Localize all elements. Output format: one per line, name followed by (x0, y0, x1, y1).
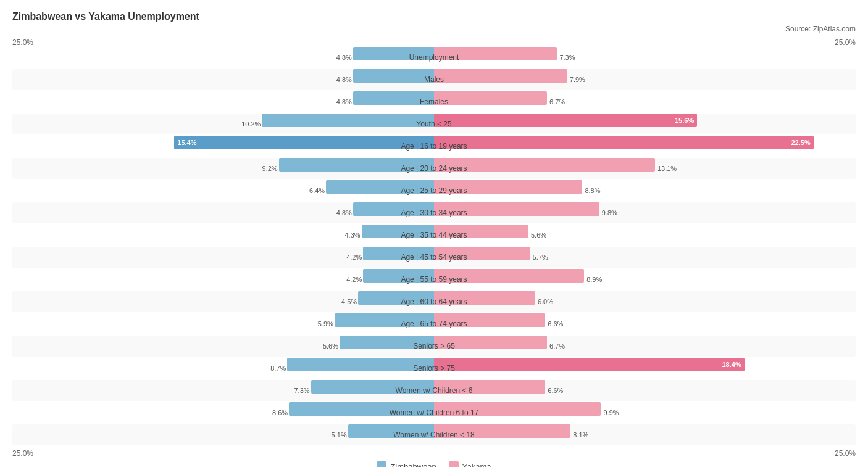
right-half: 6.6% (434, 380, 856, 401)
bar-pink (434, 313, 545, 327)
right-half: 6.7% (434, 91, 856, 112)
val-left: 4.8% (336, 76, 352, 83)
row-wrapper: 4.8% Unemployment 7.3% (12, 47, 856, 68)
bar-blue (353, 47, 434, 60)
table-row: 5.1% Women w/ Children < 18 8.1% (12, 424, 856, 445)
left-half: 5.9% (12, 313, 434, 334)
row-wrapper: 8.6% Women w/ Children 6 to 17 9.9% (12, 402, 856, 423)
row-wrapper: 7.3% Women w/ Children < 6 6.6% (12, 380, 856, 401)
table-row: 6.4% Age | 25 to 29 years 8.8% (12, 180, 856, 201)
table-row: 10.2% Youth < 25 15.6% (12, 114, 856, 134)
left-half: 4.8% (12, 91, 434, 112)
table-row: 4.2% Age | 55 to 59 years 8.9% (12, 269, 856, 290)
right-half: 9.8% (434, 202, 856, 223)
bar-blue (289, 402, 434, 416)
left-half: 7.3% (12, 380, 434, 401)
val-left: 7.3% (294, 387, 310, 394)
left-half: 10.2% (12, 114, 434, 134)
val-right: 22.5% (791, 139, 813, 146)
bar-pink (434, 336, 547, 349)
right-half: 8.1% (434, 424, 856, 445)
bar-blue (311, 380, 434, 394)
axis-bottom: 25.0%25.0% (12, 449, 856, 458)
row-wrapper: 4.2% Age | 55 to 59 years 8.9% (12, 269, 856, 290)
row-wrapper: 8.7% Seniors > 75 18.4% (12, 358, 856, 379)
bar-pink (434, 269, 584, 283)
bar-pink (434, 158, 655, 172)
bar-pink (434, 91, 547, 105)
left-half: 4.3% (12, 225, 434, 246)
val-left: 15.4% (174, 139, 196, 146)
table-row: 4.2% Age | 45 to 54 years 5.7% (12, 247, 856, 268)
bar-pink: 18.4% (434, 358, 745, 371)
legend: Zimbabwean Yakama (12, 461, 856, 467)
right-half: 6.6% (434, 313, 856, 334)
val-right: 8.9% (584, 276, 602, 283)
row-wrapper: 4.8% Males 7.9% (12, 69, 856, 90)
left-half: 5.6% (12, 336, 434, 357)
bar-blue (340, 336, 434, 349)
table-row: 4.5% Age | 60 to 64 years 6.0% (12, 291, 856, 312)
bar-blue (362, 225, 434, 238)
row-wrapper: 9.2% Age | 20 to 24 years 13.1% (12, 158, 856, 179)
bar-blue (353, 202, 434, 216)
row-wrapper: 10.2% Youth < 25 15.6% (12, 114, 856, 134)
right-half: 13.1% (434, 158, 856, 179)
bar-blue (353, 69, 434, 83)
table-row: 4.8% Unemployment 7.3% (12, 47, 856, 68)
right-half: 7.9% (434, 69, 856, 90)
val-left: 4.3% (344, 231, 360, 239)
axis-top: 25.0%25.0% (12, 38, 856, 47)
left-half: 8.6% (12, 402, 434, 423)
bar-pink (434, 180, 582, 194)
val-right: 8.1% (570, 431, 588, 439)
val-left: 5.9% (318, 320, 333, 328)
legend-item-zimbabwean: Zimbabwean (377, 461, 436, 467)
legend-box-blue (377, 461, 386, 467)
right-half: 8.9% (434, 269, 856, 290)
table-row: 9.2% Age | 20 to 24 years 13.1% (12, 158, 856, 179)
left-half: 4.5% (12, 291, 434, 312)
val-left: 5.1% (332, 431, 347, 439)
bar-blue (358, 291, 434, 305)
table-row: 8.6% Women w/ Children 6 to 17 9.9% (12, 402, 856, 423)
row-wrapper: 4.2% Age | 45 to 54 years 5.7% (12, 247, 856, 268)
bar-blue (363, 247, 434, 260)
table-row: 5.6% Seniors > 65 6.7% (12, 336, 856, 357)
val-right: 9.9% (601, 409, 619, 416)
row-wrapper: 5.9% Age | 65 to 74 years 6.6% (12, 313, 856, 334)
bar-blue (348, 424, 434, 438)
bar-blue (326, 180, 434, 194)
val-right: 6.7% (547, 98, 565, 105)
page-title: Zimbabwean vs Yakama Unemployment (12, 6, 856, 22)
val-right: 8.8% (582, 187, 600, 194)
right-half: 8.8% (434, 180, 856, 201)
row-wrapper: 4.8% Females 6.7% (12, 91, 856, 112)
source-text: Source: ZipAtlas.com (12, 25, 856, 33)
val-right: 6.0% (535, 298, 553, 305)
bar-pink (434, 380, 545, 394)
table-row: 4.8% Age | 30 to 34 years 9.8% (12, 202, 856, 223)
table-row: 4.8% Males 7.9% (12, 69, 856, 90)
table-row: 7.3% Women w/ Children < 6 6.6% (12, 380, 856, 401)
right-half: 18.4% (434, 358, 856, 379)
legend-item-yakama: Yakama (449, 461, 491, 467)
axis-right-label: 25.0% (835, 38, 856, 47)
bar-pink (434, 47, 557, 60)
right-half: 7.3% (434, 47, 856, 68)
row-wrapper: 4.8% Age | 30 to 34 years 9.8% (12, 202, 856, 223)
bar-pink (434, 225, 528, 238)
val-right: 5.6% (528, 231, 546, 239)
val-left: 4.2% (346, 254, 362, 261)
bar-blue (363, 269, 434, 283)
bar-blue: 15.4% (174, 136, 434, 149)
bar-pink (434, 202, 599, 216)
table-row: 15.4% Age | 16 to 19 years 22.5% (12, 136, 856, 157)
val-right: 13.1% (655, 165, 677, 172)
bar-pink (434, 247, 530, 260)
left-half: 4.2% (12, 269, 434, 290)
val-right: 6.7% (547, 342, 565, 350)
legend-label-zimbabwean: Zimbabwean (390, 462, 436, 468)
val-right: 15.6% (675, 117, 697, 124)
left-half: 4.8% (12, 202, 434, 223)
